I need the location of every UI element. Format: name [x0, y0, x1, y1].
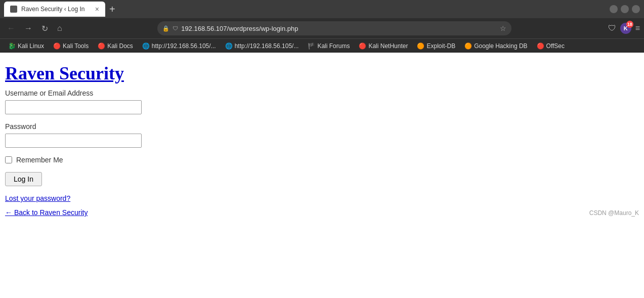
offsec-icon: 🔴: [537, 42, 544, 50]
forward-button[interactable]: →: [21, 22, 35, 35]
remember-me-checkbox[interactable]: [5, 156, 12, 163]
bookmark-offsec-label: OffSec: [546, 42, 565, 50]
badge-count: 18: [626, 21, 633, 28]
tab-bar: Raven Security ‹ Log In × +: [0, 0, 644, 18]
username-input[interactable]: [5, 100, 142, 114]
tab-close-button[interactable]: ×: [95, 5, 99, 13]
reload-button[interactable]: ↻: [38, 22, 51, 35]
address-text: 192.168.56.107/wordpress/wp-login.php: [181, 25, 497, 32]
exploit-db-icon: 🟠: [417, 42, 424, 50]
back-to-site-link[interactable]: ← Back to Raven Security: [5, 208, 639, 217]
bookmark-kali-linux[interactable]: 🐉 Kali Linux: [4, 41, 48, 51]
bookmark-star-icon[interactable]: ☆: [500, 24, 506, 32]
menu-icon[interactable]: ≡: [635, 24, 640, 33]
login-button[interactable]: Log In: [5, 172, 42, 186]
bookmark-kali-tools-label: Kali Tools: [63, 42, 89, 50]
bookmark-kali-docs[interactable]: 🔴 Kali Docs: [94, 41, 137, 51]
bookmark-kali-nethunter[interactable]: 🔴 Kali NetHunter: [355, 41, 412, 51]
username-label: Username or Email Address: [5, 89, 639, 97]
google-hacking-db-icon: 🟠: [464, 42, 472, 50]
bookmark-kali-nethunter-label: Kali NetHunter: [368, 42, 408, 50]
back-button[interactable]: ←: [4, 22, 18, 35]
window-control-2[interactable]: [621, 5, 629, 13]
browser-chrome: Raven Security ‹ Log In × + ← → ↻ ⌂ 🔒 🛡 …: [0, 0, 644, 53]
password-input[interactable]: [5, 134, 142, 148]
tab-favicon: [10, 6, 17, 13]
bookmark-kali-docs-label: Kali Docs: [107, 42, 133, 50]
active-tab[interactable]: Raven Security ‹ Log In ×: [4, 2, 105, 17]
password-label: Password: [5, 122, 639, 131]
bookmark-kali-forums[interactable]: 🏴 Kali Forums: [304, 41, 354, 51]
remember-row: Remember Me: [5, 156, 639, 164]
security-icon: 🛡: [173, 25, 178, 31]
footer-credit: CSDN @Mauro_K: [589, 209, 639, 217]
bookmark-kali-forums-label: Kali Forums: [317, 42, 350, 50]
shield-icon: 🛡: [608, 24, 616, 33]
bookmark-kali-tools[interactable]: 🔴 Kali Tools: [49, 41, 93, 51]
browser-right-icons: 🛡 K 18 ≡: [608, 23, 640, 34]
kali-linux-icon: 🐉: [8, 42, 16, 50]
new-tab-button[interactable]: +: [109, 4, 115, 15]
kali-tools-icon: 🔴: [53, 42, 61, 50]
home-button[interactable]: ⌂: [54, 22, 65, 35]
window-control-3[interactable]: [632, 5, 640, 13]
profile-badge[interactable]: K 18: [620, 23, 631, 34]
lock-icon: 🔒: [162, 25, 169, 32]
address-bar[interactable]: 🔒 🛡 192.168.56.107/wordpress/wp-login.ph…: [157, 21, 511, 35]
bookmark-exploit-db[interactable]: 🟠 Exploit-DB: [413, 41, 459, 51]
tab-title: Raven Security ‹ Log In: [21, 6, 84, 13]
bookmark-offsec[interactable]: 🔴 OffSec: [533, 41, 569, 51]
page-content: Raven Security Username or Email Address…: [0, 53, 644, 222]
bookmark-google-hacking-db[interactable]: 🟠 Google Hacking DB: [460, 41, 531, 51]
kali-forums-icon: 🏴: [308, 42, 315, 50]
bookmark-google-hacking-db-label: Google Hacking DB: [474, 42, 527, 50]
remember-me-label: Remember Me: [16, 156, 63, 164]
bookmark-url2-label: http://192.168.56.105/...: [235, 42, 299, 50]
url1-icon: 🌐: [142, 42, 150, 50]
bookmark-exploit-db-label: Exploit-DB: [426, 42, 455, 50]
url2-icon: 🌐: [225, 42, 233, 50]
kali-docs-icon: 🔴: [98, 42, 105, 50]
bookmark-url1-label: http://192.168.56.105/...: [152, 42, 216, 50]
tab-right-controls: [610, 5, 640, 13]
bookmark-url2[interactable]: 🌐 http://192.168.56.105/...: [221, 41, 303, 51]
kali-nethunter-icon: 🔴: [359, 42, 366, 50]
login-form: Username or Email Address Password Remem…: [5, 89, 639, 217]
window-control-1[interactable]: [610, 5, 618, 13]
address-bar-row: ← → ↻ ⌂ 🔒 🛡 192.168.56.107/wordpress/wp-…: [0, 18, 644, 38]
site-title-link[interactable]: Raven Security: [5, 63, 124, 83]
bookmark-kali-linux-label: Kali Linux: [18, 42, 44, 50]
bookmark-url1[interactable]: 🌐 http://192.168.56.105/...: [138, 41, 220, 51]
lost-password-link[interactable]: Lost your password?: [5, 194, 639, 202]
bookmarks-bar: 🐉 Kali Linux 🔴 Kali Tools 🔴 Kali Docs 🌐 …: [0, 38, 644, 53]
